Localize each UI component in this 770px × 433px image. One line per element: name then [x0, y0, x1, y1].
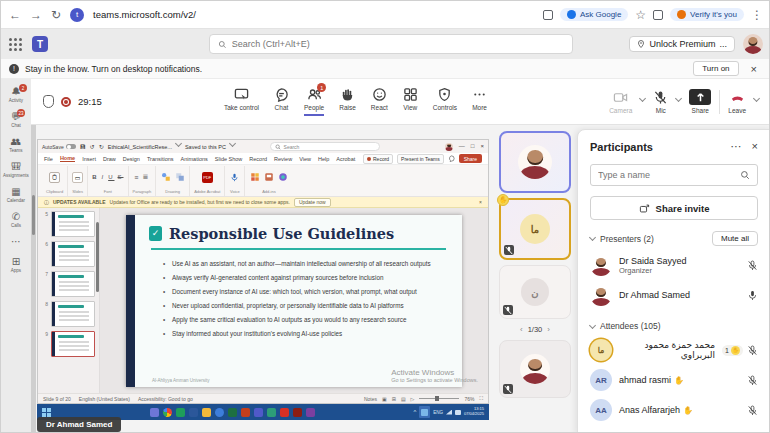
- slide-thumb-7[interactable]: 7: [42, 271, 97, 297]
- arrange-icon[interactable]: [174, 172, 185, 183]
- active-app-highlight[interactable]: [419, 406, 430, 418]
- dictate-icon[interactable]: [229, 172, 240, 183]
- word-icon[interactable]: [189, 408, 198, 417]
- autosave-toggle[interactable]: AutoSave: [42, 144, 76, 150]
- panel-more-icon[interactable]: ⋯: [731, 140, 742, 153]
- camera-chevron-icon[interactable]: [639, 95, 646, 102]
- close-icon[interactable]: ×: [480, 143, 484, 151]
- battery-icon[interactable]: [455, 410, 461, 415]
- attendees-section[interactable]: Attendees (105): [578, 310, 770, 335]
- paste-icon[interactable]: 📋︎: [49, 172, 60, 183]
- reload-icon[interactable]: ↻: [51, 9, 61, 21]
- slide-thumb-9[interactable]: 9: [42, 331, 97, 357]
- excel-icon[interactable]: [228, 408, 237, 417]
- create-pdf-icon[interactable]: PDF: [202, 172, 213, 183]
- zoom-slider[interactable]: [419, 398, 459, 399]
- tab-acrobat[interactable]: Acrobat: [336, 156, 355, 162]
- sidebar-item-more[interactable]: ⋯: [11, 237, 21, 248]
- record-button[interactable]: Record: [363, 154, 393, 164]
- sidebar-item-chat[interactable]: 23💬︎Chat: [11, 112, 21, 128]
- update-now-button[interactable]: Update now: [294, 198, 331, 207]
- notification-close-icon[interactable]: ×: [751, 63, 757, 75]
- participant-row[interactable]: Dr Saida Sayyed Organizer: [578, 250, 770, 280]
- share-button[interactable]: Share: [689, 89, 711, 114]
- slideshow-icon[interactable]: ▷: [411, 396, 415, 402]
- react-button[interactable]: React: [371, 87, 388, 116]
- chat-button[interactable]: Chat: [274, 87, 289, 116]
- mic-off-icon[interactable]: [747, 260, 758, 271]
- copilot-icon[interactable]: [277, 172, 288, 183]
- addins-icon[interactable]: [249, 172, 260, 183]
- minimize-icon[interactable]: —: [459, 143, 465, 151]
- participant-row[interactable]: ما محمد حمزة محمود البربراوي 1✋: [578, 335, 770, 365]
- saved-chevron-icon[interactable]: [229, 140, 236, 147]
- install-app-icon[interactable]: [543, 10, 553, 20]
- unlock-premium-button[interactable]: Unlock Premium ...: [629, 36, 735, 52]
- verify-profile-button[interactable]: Verify it's you: [670, 8, 744, 21]
- teams-app-icon[interactable]: [254, 408, 263, 417]
- leave-chevron-icon[interactable]: [753, 95, 760, 102]
- take-control-button[interactable]: Take control: [224, 87, 259, 116]
- align-left-icon[interactable]: ≡: [134, 174, 139, 181]
- present-in-teams-button[interactable]: Present in Teams: [397, 154, 444, 164]
- maximize-icon[interactable]: □: [471, 143, 475, 151]
- normal-view-icon[interactable]: ▣: [382, 396, 387, 402]
- participant-search[interactable]: [590, 164, 758, 186]
- tray-caret-icon[interactable]: ^: [413, 409, 416, 415]
- language-status[interactable]: English (United States): [79, 396, 130, 402]
- page-prev-icon[interactable]: ‹: [520, 325, 523, 334]
- bookmark-star-icon[interactable]: ☆: [635, 9, 646, 21]
- tab-record[interactable]: Record: [249, 156, 267, 162]
- video-tile[interactable]: ن: [499, 265, 571, 319]
- tab-animations[interactable]: Animations: [181, 156, 208, 162]
- ppt-account-avatar[interactable]: [445, 143, 453, 151]
- mic-on-icon[interactable]: [747, 290, 758, 301]
- sidebar-item-activity[interactable]: 2🔔︎Activity: [9, 87, 23, 103]
- video-tile-speaker[interactable]: [499, 131, 571, 193]
- sidebar-item-assignments[interactable]: 🎒︎Assignments: [3, 162, 29, 178]
- tab-review[interactable]: Review: [274, 156, 292, 162]
- underline-icon[interactable]: U: [108, 174, 114, 180]
- tab-transitions[interactable]: Transitions: [147, 156, 174, 162]
- turn-on-button[interactable]: Turn on: [693, 61, 738, 76]
- ppt-share-button[interactable]: Share: [459, 154, 482, 163]
- redo-icon[interactable]: ↻: [99, 143, 104, 150]
- presenters-section[interactable]: Presenters (2) Mute all: [578, 220, 770, 250]
- participant-search-input[interactable]: [598, 170, 735, 180]
- mute-all-button[interactable]: Mute all: [712, 231, 758, 246]
- save-icon[interactable]: 💾︎: [80, 144, 86, 150]
- taskbar-clock[interactable]: 13:1507/04/2025: [464, 407, 484, 416]
- edge-icon[interactable]: [215, 408, 224, 417]
- new-slide-icon[interactable]: ▭: [72, 172, 83, 183]
- waffle-icon[interactable]: [9, 38, 22, 51]
- filename-chevron-icon[interactable]: [175, 140, 182, 147]
- align-center-icon[interactable]: ≣: [142, 173, 149, 181]
- people-button[interactable]: 1 People: [304, 87, 324, 116]
- tab-draw[interactable]: Draw: [103, 156, 116, 162]
- comments-icon[interactable]: [448, 155, 455, 162]
- tab-help[interactable]: Help: [318, 156, 329, 162]
- browser-menu-icon[interactable]: ⋮: [751, 9, 763, 21]
- mic-chevron-icon[interactable]: [675, 95, 682, 102]
- taskbar-app-icon[interactable]: [267, 408, 276, 417]
- teams-search-input[interactable]: [232, 39, 564, 49]
- sidebar-item-teams[interactable]: 👥︎Teams: [9, 137, 22, 153]
- mic-off-icon[interactable]: [747, 375, 758, 386]
- chrome-icon[interactable]: [163, 408, 172, 417]
- tab-home[interactable]: Home: [60, 155, 75, 162]
- page-next-icon[interactable]: ›: [547, 325, 550, 334]
- tab-file[interactable]: File: [44, 156, 53, 162]
- tab-slideshow[interactable]: Slide Show: [215, 156, 243, 162]
- bold-icon[interactable]: B: [92, 174, 98, 180]
- taskbar-app-icon[interactable]: [306, 408, 315, 417]
- participant-row[interactable]: AR ahmad rasmi✋: [578, 365, 770, 395]
- taskbar-app-icon[interactable]: [293, 408, 302, 417]
- powerpoint-icon[interactable]: [241, 408, 250, 417]
- back-icon[interactable]: ←: [9, 9, 21, 21]
- notes-button[interactable]: Notes: [364, 396, 377, 402]
- slide-thumb-6[interactable]: 6: [42, 241, 97, 267]
- teams-search[interactable]: [209, 34, 573, 54]
- sidebar-item-apps[interactable]: ⊞Apps: [11, 257, 21, 273]
- taskbar-app-icon[interactable]: [150, 408, 159, 417]
- sidebar-item-calls[interactable]: ✆Calls: [11, 212, 21, 228]
